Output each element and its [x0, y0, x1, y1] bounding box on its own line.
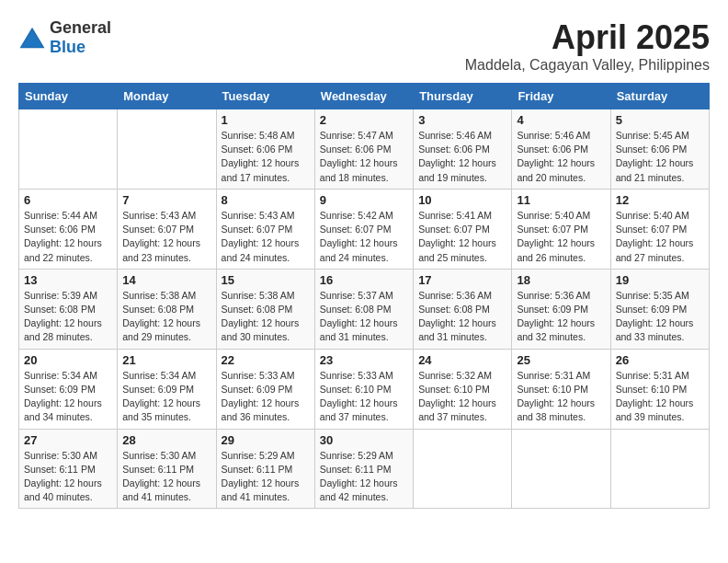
- header-thursday: Thursday: [414, 84, 512, 109]
- day-number: 2: [320, 113, 408, 127]
- day-number: 28: [122, 433, 210, 447]
- page-header: General Blue April 2025 Maddela, Cagayan…: [18, 18, 710, 74]
- calendar-cell: 30Sunrise: 5:29 AM Sunset: 6:11 PM Dayli…: [314, 429, 413, 509]
- day-number: 6: [24, 193, 112, 207]
- weekday-header-row: Sunday Monday Tuesday Wednesday Thursday…: [19, 84, 710, 109]
- calendar-cell: 19Sunrise: 5:35 AM Sunset: 6:09 PM Dayli…: [610, 269, 709, 349]
- day-number: 20: [24, 353, 112, 367]
- day-number: 15: [222, 273, 310, 287]
- logo-text: General Blue: [50, 18, 111, 57]
- day-number: 16: [320, 273, 408, 287]
- day-number: 3: [418, 113, 506, 127]
- day-number: 17: [418, 273, 506, 287]
- day-number: 13: [24, 273, 112, 287]
- header-friday: Friday: [512, 84, 610, 109]
- day-number: 1: [222, 113, 310, 127]
- day-number: 27: [24, 433, 112, 447]
- month-year: April 2025: [465, 18, 710, 57]
- calendar-table: Sunday Monday Tuesday Wednesday Thursday…: [18, 83, 710, 509]
- calendar-cell: 23Sunrise: 5:33 AM Sunset: 6:10 PM Dayli…: [314, 349, 413, 429]
- header-saturday: Saturday: [610, 84, 709, 109]
- calendar-cell: 22Sunrise: 5:33 AM Sunset: 6:09 PM Dayli…: [216, 349, 314, 429]
- calendar-cell: 27Sunrise: 5:30 AM Sunset: 6:11 PM Dayli…: [19, 429, 118, 509]
- calendar-cell: 17Sunrise: 5:36 AM Sunset: 6:08 PM Dayli…: [414, 269, 512, 349]
- day-number: 25: [517, 353, 605, 367]
- calendar-cell: 11Sunrise: 5:40 AM Sunset: 6:07 PM Dayli…: [512, 189, 610, 269]
- day-info: Sunrise: 5:47 AM Sunset: 6:06 PM Dayligh…: [320, 129, 408, 185]
- logo-icon: [18, 24, 46, 52]
- day-number: 22: [222, 353, 310, 367]
- day-info: Sunrise: 5:43 AM Sunset: 6:07 PM Dayligh…: [222, 209, 310, 265]
- calendar-week-row: 1Sunrise: 5:48 AM Sunset: 6:06 PM Daylig…: [19, 109, 710, 190]
- day-info: Sunrise: 5:31 AM Sunset: 6:10 PM Dayligh…: [517, 369, 605, 425]
- day-number: 29: [222, 433, 310, 447]
- day-info: Sunrise: 5:46 AM Sunset: 6:06 PM Dayligh…: [418, 129, 506, 185]
- calendar-cell: [512, 429, 610, 509]
- calendar-cell: 16Sunrise: 5:37 AM Sunset: 6:08 PM Dayli…: [314, 269, 413, 349]
- header-tuesday: Tuesday: [216, 84, 314, 109]
- header-sunday: Sunday: [19, 84, 118, 109]
- calendar-cell: 6Sunrise: 5:44 AM Sunset: 6:06 PM Daylig…: [19, 189, 118, 269]
- calendar-cell: 13Sunrise: 5:39 AM Sunset: 6:08 PM Dayli…: [19, 269, 118, 349]
- calendar-week-row: 6Sunrise: 5:44 AM Sunset: 6:06 PM Daylig…: [19, 189, 710, 269]
- calendar-cell: 14Sunrise: 5:38 AM Sunset: 6:08 PM Dayli…: [118, 269, 216, 349]
- calendar-cell: 20Sunrise: 5:34 AM Sunset: 6:09 PM Dayli…: [19, 349, 118, 429]
- day-info: Sunrise: 5:38 AM Sunset: 6:08 PM Dayligh…: [122, 289, 210, 345]
- header-monday: Monday: [118, 84, 216, 109]
- day-number: 7: [122, 193, 210, 207]
- calendar-cell: 7Sunrise: 5:43 AM Sunset: 6:07 PM Daylig…: [118, 189, 216, 269]
- day-number: 11: [517, 193, 605, 207]
- logo: General Blue: [18, 18, 111, 57]
- day-info: Sunrise: 5:43 AM Sunset: 6:07 PM Dayligh…: [122, 209, 210, 265]
- calendar-cell: 26Sunrise: 5:31 AM Sunset: 6:10 PM Dayli…: [610, 349, 709, 429]
- day-info: Sunrise: 5:34 AM Sunset: 6:09 PM Dayligh…: [24, 369, 112, 425]
- day-number: 5: [616, 113, 704, 127]
- calendar-cell: 5Sunrise: 5:45 AM Sunset: 6:06 PM Daylig…: [610, 109, 709, 190]
- day-info: Sunrise: 5:40 AM Sunset: 6:07 PM Dayligh…: [616, 209, 704, 265]
- day-number: 30: [320, 433, 408, 447]
- calendar-week-row: 20Sunrise: 5:34 AM Sunset: 6:09 PM Dayli…: [19, 349, 710, 429]
- day-info: Sunrise: 5:31 AM Sunset: 6:10 PM Dayligh…: [616, 369, 704, 425]
- day-info: Sunrise: 5:35 AM Sunset: 6:09 PM Dayligh…: [616, 289, 704, 345]
- calendar-cell: [610, 429, 709, 509]
- day-info: Sunrise: 5:46 AM Sunset: 6:06 PM Dayligh…: [517, 129, 605, 185]
- svg-marker-1: [22, 31, 43, 47]
- day-number: 18: [517, 273, 605, 287]
- day-info: Sunrise: 5:30 AM Sunset: 6:11 PM Dayligh…: [122, 449, 210, 505]
- day-info: Sunrise: 5:42 AM Sunset: 6:07 PM Dayligh…: [320, 209, 408, 265]
- calendar-cell: [118, 109, 216, 190]
- calendar-cell: 12Sunrise: 5:40 AM Sunset: 6:07 PM Dayli…: [610, 189, 709, 269]
- calendar-week-row: 27Sunrise: 5:30 AM Sunset: 6:11 PM Dayli…: [19, 429, 710, 509]
- day-info: Sunrise: 5:39 AM Sunset: 6:08 PM Dayligh…: [24, 289, 112, 345]
- calendar-cell: 10Sunrise: 5:41 AM Sunset: 6:07 PM Dayli…: [414, 189, 512, 269]
- day-info: Sunrise: 5:33 AM Sunset: 6:09 PM Dayligh…: [222, 369, 310, 425]
- day-number: 4: [517, 113, 605, 127]
- day-number: 19: [616, 273, 704, 287]
- calendar-cell: 8Sunrise: 5:43 AM Sunset: 6:07 PM Daylig…: [216, 189, 314, 269]
- day-number: 10: [418, 193, 506, 207]
- day-info: Sunrise: 5:40 AM Sunset: 6:07 PM Dayligh…: [517, 209, 605, 265]
- calendar-cell: 18Sunrise: 5:36 AM Sunset: 6:09 PM Dayli…: [512, 269, 610, 349]
- calendar-cell: 2Sunrise: 5:47 AM Sunset: 6:06 PM Daylig…: [314, 109, 413, 190]
- day-info: Sunrise: 5:32 AM Sunset: 6:10 PM Dayligh…: [418, 369, 506, 425]
- day-number: 24: [418, 353, 506, 367]
- title-area: April 2025 Maddela, Cagayan Valley, Phil…: [465, 18, 710, 74]
- day-info: Sunrise: 5:38 AM Sunset: 6:08 PM Dayligh…: [222, 289, 310, 345]
- calendar-cell: 24Sunrise: 5:32 AM Sunset: 6:10 PM Dayli…: [414, 349, 512, 429]
- calendar-cell: [414, 429, 512, 509]
- day-info: Sunrise: 5:29 AM Sunset: 6:11 PM Dayligh…: [222, 449, 310, 505]
- day-info: Sunrise: 5:37 AM Sunset: 6:08 PM Dayligh…: [320, 289, 408, 345]
- day-info: Sunrise: 5:48 AM Sunset: 6:06 PM Dayligh…: [222, 129, 310, 185]
- calendar-cell: 21Sunrise: 5:34 AM Sunset: 6:09 PM Dayli…: [118, 349, 216, 429]
- day-number: 14: [122, 273, 210, 287]
- location: Maddela, Cagayan Valley, Philippines: [465, 57, 710, 74]
- day-info: Sunrise: 5:44 AM Sunset: 6:06 PM Dayligh…: [24, 209, 112, 265]
- day-info: Sunrise: 5:29 AM Sunset: 6:11 PM Dayligh…: [320, 449, 408, 505]
- calendar-cell: 1Sunrise: 5:48 AM Sunset: 6:06 PM Daylig…: [216, 109, 314, 190]
- calendar-cell: 29Sunrise: 5:29 AM Sunset: 6:11 PM Dayli…: [216, 429, 314, 509]
- header-wednesday: Wednesday: [314, 84, 413, 109]
- calendar-cell: 4Sunrise: 5:46 AM Sunset: 6:06 PM Daylig…: [512, 109, 610, 190]
- calendar-cell: 3Sunrise: 5:46 AM Sunset: 6:06 PM Daylig…: [414, 109, 512, 190]
- day-number: 21: [122, 353, 210, 367]
- calendar-cell: 15Sunrise: 5:38 AM Sunset: 6:08 PM Dayli…: [216, 269, 314, 349]
